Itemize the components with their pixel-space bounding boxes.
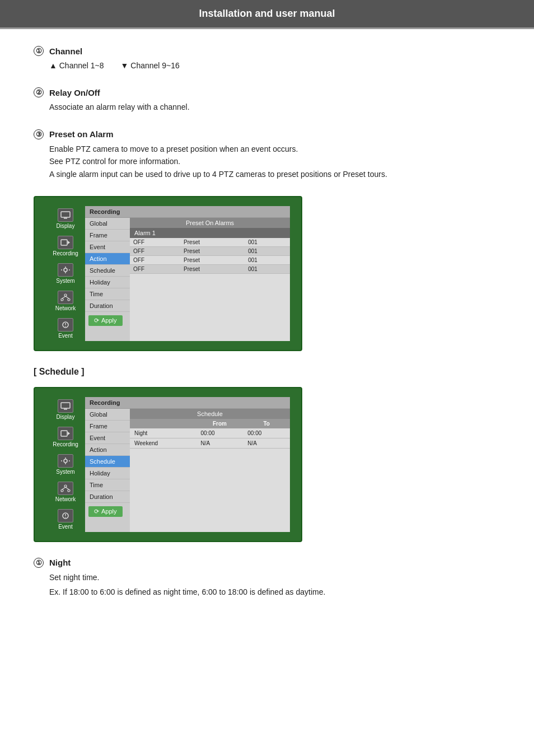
svg-marker-20	[68, 432, 70, 435]
dvr-panel-schedule: Display Recording System Network	[34, 387, 302, 542]
section-night: ① Night Set night time. Ex. If 18:00 to …	[34, 558, 500, 599]
section-relay: ② Relay On/Off Associate an alarm relay …	[34, 87, 500, 113]
dvr-menu-2: Global Frame Event Action Schedule Holid…	[85, 409, 130, 532]
dvr-panel-preset: Display Recording System Network	[34, 196, 302, 351]
sidebar-item-display[interactable]: Display	[49, 206, 82, 231]
menu2-item-global[interactable]: Global	[85, 409, 130, 421]
dvr-content-2: Schedule From To Night 0	[130, 409, 290, 532]
circle-num-2: ②	[34, 87, 44, 97]
channel-arrows: Channel 1~8 Channel 9~16	[49, 59, 500, 72]
menu-item-holiday[interactable]: Holiday	[85, 277, 130, 288]
svg-rect-19	[61, 431, 67, 436]
svg-point-10	[61, 298, 63, 301]
svg-point-4	[64, 268, 67, 272]
menu2-item-schedule[interactable]: Schedule	[85, 456, 130, 468]
content-header-2: Schedule	[130, 409, 290, 419]
menu-item-time[interactable]: Time	[85, 288, 130, 300]
svg-point-9	[64, 294, 67, 296]
page-header: Installation and user manual	[0, 0, 534, 29]
section-night-title: ① Night	[34, 558, 500, 568]
apply-icon-1: ⟳	[94, 317, 99, 324]
night-line-1: Set night time.	[49, 571, 500, 584]
schedule-heading: [ Schedule ]	[34, 367, 500, 377]
table-row: OFF Preset 001	[130, 246, 290, 255]
svg-point-33	[65, 517, 66, 518]
event-icon-2	[58, 509, 73, 522]
alarm-label: Alarm 1	[130, 228, 290, 238]
table-row: OFF Preset 001	[130, 238, 290, 247]
svg-line-29	[62, 487, 65, 489]
recording-icon	[58, 236, 73, 249]
network-icon	[58, 291, 73, 304]
channel-arrow-up: Channel 1~8	[49, 59, 104, 72]
preset-line-1: Enable PTZ camera to move to a preset po…	[49, 143, 500, 155]
svg-rect-1	[64, 218, 67, 219]
svg-rect-18	[64, 409, 67, 410]
table-row: Night 00:00 00:00	[130, 428, 290, 438]
dvr-menu-header-2: Recording	[85, 397, 290, 409]
menu-item-action[interactable]: Action	[85, 253, 130, 265]
night-body: Set night time. Ex. If 18:00 to 6:00 is …	[49, 571, 500, 599]
sidebar2-item-recording[interactable]: Recording	[49, 424, 82, 450]
svg-point-27	[61, 489, 63, 492]
apply-button-1[interactable]: ⟳ Apply	[88, 315, 123, 326]
sidebar-item-network[interactable]: Network	[49, 288, 82, 314]
circle-num-3: ③	[34, 129, 44, 139]
section-channel: ① Channel Channel 1~8 Channel 9~16	[34, 46, 500, 72]
sidebar-item-system[interactable]: System	[49, 261, 82, 286]
svg-line-13	[65, 296, 69, 298]
svg-point-28	[68, 489, 70, 492]
section-preset: ③ Preset on Alarm Enable PTZ camera to m…	[34, 129, 500, 180]
system-icon	[58, 263, 73, 277]
menu2-item-duration[interactable]: Duration	[85, 491, 130, 503]
sidebar2-item-network[interactable]: Network	[49, 479, 82, 505]
menu2-item-event[interactable]: Event	[85, 432, 130, 444]
table-row: OFF Preset 001	[130, 264, 290, 273]
system-icon-2	[58, 454, 73, 468]
table-row: OFF Preset 001	[130, 255, 290, 264]
dvr-sidebar-1: Display Recording System Network	[46, 206, 85, 341]
section-relay-title: ② Relay On/Off	[34, 87, 500, 97]
dvr-sidebar-2: Display Recording System Network	[46, 397, 85, 532]
recording-icon-2	[58, 427, 73, 440]
svg-line-30	[65, 487, 69, 489]
sidebar2-item-event[interactable]: Event	[49, 507, 82, 532]
menu2-item-action[interactable]: Action	[85, 444, 130, 456]
dvr-content-1: Preset On Alarms Alarm 1 OFF Preset 001 …	[130, 218, 290, 341]
sidebar-item-event[interactable]: Event	[49, 316, 82, 341]
display-icon	[58, 208, 73, 222]
channel-body: Channel 1~8 Channel 9~16	[49, 59, 500, 72]
circle-num-1: ①	[34, 46, 44, 56]
menu-item-event[interactable]: Event	[85, 241, 130, 253]
preset-line-2: See PTZ control for more information.	[49, 155, 500, 167]
display-icon-2	[58, 399, 73, 413]
sidebar2-item-system[interactable]: System	[49, 452, 82, 477]
menu-item-schedule[interactable]: Schedule	[85, 265, 130, 277]
section-preset-title: ③ Preset on Alarm	[34, 129, 500, 139]
menu-item-frame[interactable]: Frame	[85, 230, 130, 241]
svg-line-12	[62, 296, 65, 298]
svg-point-21	[64, 459, 67, 463]
menu2-item-frame[interactable]: Frame	[85, 421, 130, 432]
content-header-1: Preset On Alarms	[130, 218, 290, 228]
menu-item-duration[interactable]: Duration	[85, 300, 130, 312]
menu2-item-holiday[interactable]: Holiday	[85, 468, 130, 479]
relay-body: Associate an alarm relay with a channel.	[49, 101, 500, 113]
preset-body: Enable PTZ camera to move to a preset po…	[49, 143, 500, 180]
svg-point-16	[65, 326, 66, 327]
dvr-menu-header-1: Recording	[85, 206, 290, 218]
svg-point-11	[68, 298, 70, 301]
sidebar-item-recording[interactable]: Recording	[49, 234, 82, 259]
dvr-menu-1: Global Frame Event Action Schedule Holid…	[85, 218, 130, 341]
svg-rect-17	[61, 403, 70, 408]
table-row: Weekend N/A N/A	[130, 438, 290, 448]
menu2-item-time[interactable]: Time	[85, 479, 130, 491]
schedule-table: From To Night 00:00 00:00 Weekend	[130, 419, 290, 449]
svg-point-26	[64, 485, 67, 487]
preset-table: OFF Preset 001 OFF Preset 001 OFF	[130, 238, 290, 274]
apply-button-2[interactable]: ⟳ Apply	[88, 506, 123, 517]
menu-item-global[interactable]: Global	[85, 218, 130, 230]
svg-rect-0	[61, 212, 70, 217]
sidebar2-item-display[interactable]: Display	[49, 397, 82, 422]
network-icon-2	[58, 482, 73, 495]
